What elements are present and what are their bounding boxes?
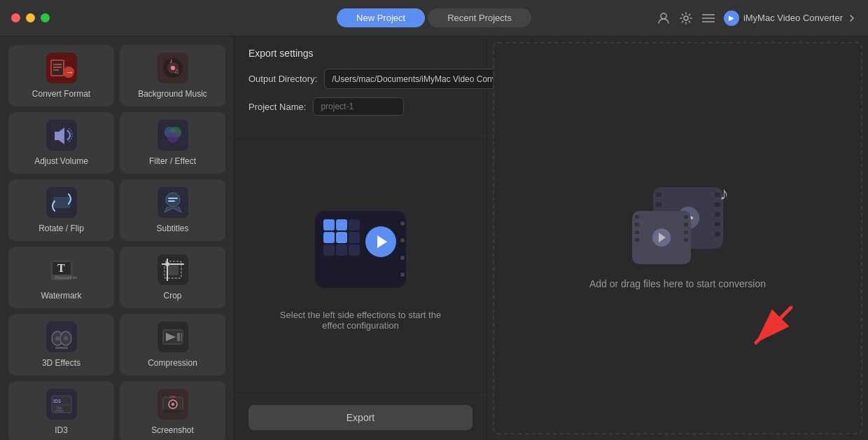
svg-line-65 [756,308,791,343]
background-music-icon: ♪ ♫ [158,53,188,83]
red-arrow-icon [742,297,805,360]
svg-text:Watermark text...: Watermark text... [55,275,77,280]
app-name: ▶ iMyMac Video Converter [724,11,857,26]
screenshot-icon [158,389,188,420]
sidebar-item-compression[interactable]: Compression [120,314,225,376]
sidebar-item-subtitles[interactable]: Subtitles [120,179,225,241]
center-main-area: Select the left side effections to start… [234,136,486,394]
export-settings-title: Export settings [248,48,472,59]
export-button[interactable]: Export [248,405,472,430]
output-dir-row: Output Directory: /Users/mac/Documents/i… [248,69,472,89]
svg-point-1 [684,16,688,20]
gear-icon[interactable] [679,11,693,25]
rotate-flip-label: Rotate / Flip [38,224,84,233]
svg-point-61 [172,403,174,406]
titlebar-right: ▶ iMyMac Video Converter [657,11,857,26]
sidebar-item-watermark[interactable]: T Watermark text... Watermark [8,247,114,308]
sidebar-item-filter-effect[interactable]: Filter / Effect [120,112,225,174]
svg-point-43 [55,336,59,341]
subtitles-icon [158,187,188,218]
adjust-volume-label: Adjust Volume [34,156,88,166]
svg-text:→: → [66,68,74,76]
filter-effect-icon [158,120,188,151]
traffic-lights [11,13,50,22]
svg-text:ID3: ID3 [53,399,61,404]
music-note-icon: ♪ [720,183,729,205]
sidebar-item-convert-format[interactable]: → Convert Format [8,45,114,106]
effect-icon-container [315,211,406,288]
screenshot-label: Screenshot [151,425,194,435]
sidebar-item-3d-effects[interactable]: 3D Effects [8,314,114,376]
svg-point-27 [166,193,180,207]
watermark-label: Watermark [41,291,81,301]
new-project-tab[interactable]: New Project [337,8,425,27]
svg-point-40 [165,262,169,266]
svg-text:♪: ♪ [169,57,173,64]
convert-format-icon: → [46,53,77,83]
id3-icon: ID3 ♪ Title ♩ Artist [46,389,77,420]
3d-effects-icon [46,322,77,352]
sidebar-item-rotate-flip[interactable]: Rotate / Flip [8,179,114,241]
output-dir-value: /Users/mac/Documents/iMyMac Video Conver… [332,74,510,84]
titlebar: New Project Recent Projects ▶ iMyMac [0,0,868,36]
main-content: → Convert Format ♪ ♫ Background Music [0,36,868,440]
effect-illustration [304,200,416,298]
svg-point-45 [64,336,68,341]
app-logo: ▶ [724,11,739,26]
export-settings: Export settings Output Directory: /Users… [234,36,486,136]
svg-text:♫: ♫ [174,67,180,75]
close-button[interactable] [11,13,20,22]
subtitles-label: Subtitles [156,224,188,233]
right-panel[interactable]: ♪ Add or drag files here to start conver… [493,42,862,434]
person-icon[interactable] [657,11,671,25]
sidebar: → Convert Format ♪ ♫ Background Music [0,36,234,440]
svg-text:T: T [57,262,65,274]
compression-icon [158,322,188,352]
export-btn-row: Export [234,394,486,440]
rotate-flip-icon [46,187,77,218]
crop-label: Crop [163,291,181,301]
watermark-icon: T Watermark text... [46,254,77,285]
media-icon-group: ♪ [632,187,723,264]
output-dir-label: Output Directory: [248,74,317,84]
svg-point-0 [661,13,666,19]
compression-label: Compression [148,358,197,368]
svg-rect-46 [55,347,68,349]
adjust-volume-icon [46,120,77,151]
svg-rect-51 [181,333,182,341]
svg-rect-25 [53,197,70,208]
sidebar-item-adjust-volume[interactable]: Adjust Volume [8,112,114,174]
project-name-label: Project Name: [248,102,306,112]
center-panel: Export settings Output Directory: /Users… [234,36,487,440]
recent-projects-tab[interactable]: Recent Projects [428,8,531,27]
svg-rect-37 [167,264,178,275]
maximize-button[interactable] [41,13,50,22]
svg-rect-62 [170,396,176,398]
sidebar-item-crop[interactable]: Crop [120,247,225,308]
effect-hint: Select the left side effections to start… [270,310,451,331]
sidebar-item-background-music[interactable]: ♪ ♫ Background Music [120,45,225,106]
svg-rect-50 [177,333,180,341]
project-name-input[interactable] [313,97,404,116]
filter-effect-label: Filter / Effect [149,156,196,166]
drop-hint: Add or drag files here to start conversi… [589,278,766,289]
id3-label: ID3 [55,425,68,435]
sidebar-item-id3[interactable]: ID3 ♪ Title ♩ Artist ID3 [8,381,114,440]
svg-text:♩ Artist: ♩ Artist [53,408,64,413]
crop-icon [158,254,188,285]
sidebar-item-screenshot[interactable]: Screenshot [120,381,225,440]
chevron-right-icon [847,13,857,23]
background-music-label: Background Music [138,89,207,99]
menu-icon[interactable] [701,11,715,25]
convert-format-label: Convert Format [32,89,90,99]
tab-bar: New Project Recent Projects [337,8,531,27]
svg-point-23 [167,132,178,143]
svg-rect-7 [52,61,63,75]
minimize-button[interactable] [26,13,35,22]
project-name-row: Project Name: [248,97,472,116]
svg-rect-63 [163,410,183,413]
3d-effects-label: 3D Effects [42,358,80,368]
arrow-container [742,297,805,363]
